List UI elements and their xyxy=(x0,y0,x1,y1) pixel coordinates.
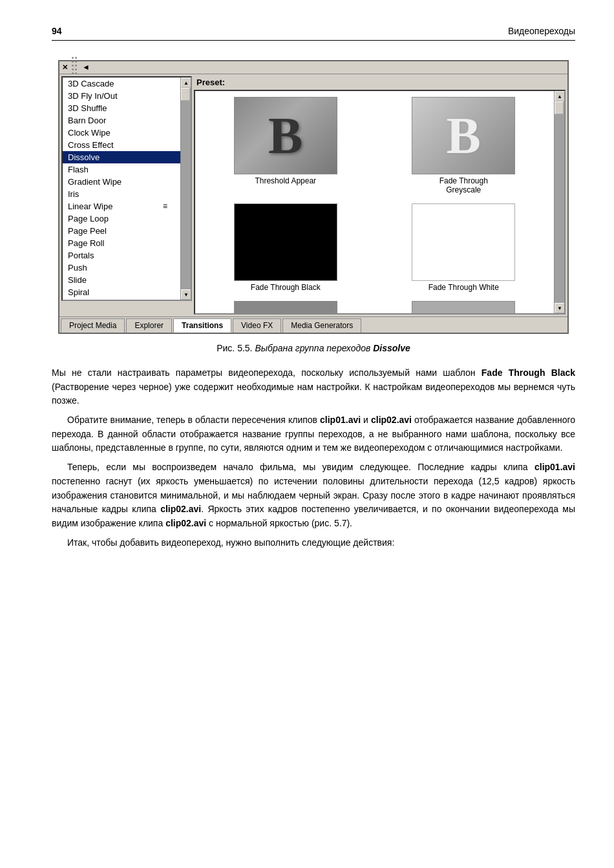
close-icon[interactable]: ✕ xyxy=(62,63,68,72)
left-panel: 3D Cascade 3D Fly In/Out 3D Shuffle Barn… xyxy=(59,74,192,316)
preset-fade-greyscale[interactable]: B Fade ThroughGreyscale xyxy=(376,94,552,198)
caption-prefix: Рис. 5.5. xyxy=(217,343,252,353)
page: 94 Видеопереходы ✕ ◄ 3D Cascad xyxy=(0,0,614,868)
preset-fade-white[interactable]: Fade Through White xyxy=(376,200,552,295)
preset-item-name: Fade ThroughGreyscale xyxy=(439,176,488,194)
body-text: Мы не стали настраивать параметры видеоп… xyxy=(52,366,575,550)
list-item[interactable]: Split xyxy=(63,298,180,301)
list-item[interactable]: 3D Cascade xyxy=(63,78,180,90)
preset-fade-black[interactable]: Fade Through Black xyxy=(198,200,374,295)
preset-item-name: Fade Through White xyxy=(429,283,499,292)
list-item[interactable]: Slide xyxy=(63,274,180,286)
list-item[interactable]: Gradient Wipe xyxy=(63,176,180,188)
paragraph-2: Обратите внимание, теперь в области пере… xyxy=(52,413,575,455)
paragraph-1: Мы не стали настраивать параметры видеоп… xyxy=(52,366,575,408)
caption-bold: Dissolve xyxy=(373,343,410,353)
preset-thumb xyxy=(412,203,515,281)
list-item[interactable]: Page Loop xyxy=(63,212,180,225)
preset-scroll-thumb[interactable] xyxy=(555,101,564,114)
list-item[interactable]: 3D Fly In/Out xyxy=(63,90,180,102)
list-item[interactable]: Barn Door xyxy=(63,114,180,127)
application-window: ✕ ◄ 3D Cascade 3D Fly In/Out 3D Shuff xyxy=(58,60,569,334)
preset-thumb: B xyxy=(234,97,337,174)
preset-thumb: B xyxy=(412,97,515,174)
preset-fade-green[interactable]: Fade Through Green xyxy=(376,298,552,315)
preset-threshold-appear[interactable]: B Threshold Appear xyxy=(198,94,374,198)
list-item[interactable]: 3D Shuffle xyxy=(63,102,180,114)
preset-item-name: Threshold Appear xyxy=(255,176,316,185)
right-panel: Preset: B Threshold Appear xyxy=(192,74,567,316)
preset-thumb xyxy=(234,301,337,315)
scroll-track xyxy=(181,88,191,289)
list-item[interactable]: Clock Wipe xyxy=(63,127,180,139)
bottom-tabs: Project Media Explorer Transitions Video… xyxy=(59,316,567,333)
list-item[interactable]: Linear Wipe ≡ xyxy=(63,200,180,212)
list-item[interactable]: Cross Effect xyxy=(63,139,180,151)
preset-scroll-track xyxy=(555,101,564,303)
list-item[interactable]: Page Peel xyxy=(63,225,180,237)
preset-scroll-down[interactable]: ▼ xyxy=(555,303,565,313)
app-titlebar: ✕ ◄ xyxy=(59,61,567,74)
preset-grid: B Threshold Appear B xyxy=(195,91,554,315)
chapter-title: Видеопереходы xyxy=(508,26,575,36)
paragraph-3: Теперь, если мы воспроизведем начало фил… xyxy=(52,460,575,530)
preset-grid-container: B Threshold Appear B xyxy=(194,90,566,315)
list-item[interactable]: Spiral xyxy=(63,286,180,298)
list-scrollbar[interactable]: ▲ ▼ xyxy=(180,78,191,300)
list-item[interactable]: Page Roll xyxy=(63,237,180,249)
left-arrow-icon[interactable]: ◄ xyxy=(82,63,90,72)
preset-scroll-up[interactable]: ▲ xyxy=(555,91,565,101)
list-item[interactable]: Iris xyxy=(63,188,180,200)
list-item[interactable]: Flash xyxy=(63,163,180,176)
page-header: 94 Видеопереходы xyxy=(52,26,575,41)
tab-video-fx[interactable]: Video FX xyxy=(233,318,281,333)
paragraph-4: Итак, чтобы добавить видеопереход, нужно… xyxy=(52,536,575,550)
thumb-visual: B xyxy=(412,98,514,174)
figure-caption: Рис. 5.5. Выбрана группа переходов Disso… xyxy=(52,343,575,353)
preset-thumb xyxy=(412,301,515,315)
tab-transitions[interactable]: Transitions xyxy=(173,318,231,333)
list-container: 3D Cascade 3D Fly In/Out 3D Shuffle Barn… xyxy=(61,76,192,301)
scroll-thumb[interactable] xyxy=(181,88,190,101)
preset-scrollbar[interactable]: ▲ ▼ xyxy=(554,91,564,313)
tab-explorer[interactable]: Explorer xyxy=(126,318,172,333)
app-body: 3D Cascade 3D Fly In/Out 3D Shuffle Barn… xyxy=(59,74,567,316)
list-item[interactable]: Portals xyxy=(63,249,180,262)
thumb-letter: B xyxy=(447,107,481,165)
scroll-up-arrow[interactable]: ▲ xyxy=(181,78,191,88)
list-item[interactable]: Push xyxy=(63,262,180,274)
thumb-letter: B xyxy=(268,107,302,165)
tab-project-media[interactable]: Project Media xyxy=(61,318,125,333)
list-item-dissolve[interactable]: Dissolve xyxy=(63,151,180,163)
thumb-visual: B xyxy=(235,98,337,174)
preset-thumb xyxy=(234,203,337,281)
scroll-down-arrow[interactable]: ▼ xyxy=(181,289,191,300)
list-items: 3D Cascade 3D Fly In/Out 3D Shuffle Barn… xyxy=(63,78,180,301)
tab-media-generators[interactable]: Media Generators xyxy=(282,318,361,333)
preset-label: Preset: xyxy=(194,76,566,90)
preset-fade-red[interactable]: Fade Through Red xyxy=(198,298,374,315)
preset-item-name: Fade Through Black xyxy=(251,283,321,292)
caption-text: Выбрана группа переходов xyxy=(255,343,373,353)
page-number: 94 xyxy=(52,26,62,36)
